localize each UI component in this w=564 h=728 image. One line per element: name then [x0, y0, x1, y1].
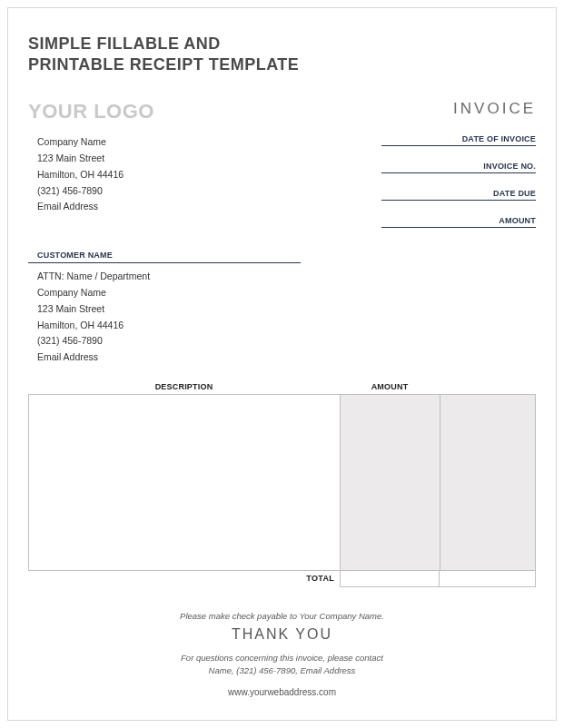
total-row: TOTAL [28, 571, 536, 587]
customer-block: ATTN: Name / Department Company Name 123… [28, 269, 301, 366]
th-blank [440, 382, 536, 394]
td-amount[interactable] [341, 395, 440, 570]
meta-amount: AMOUNT [381, 216, 536, 228]
title-line-2: PRINTABLE RECEIPT TEMPLATE [28, 55, 299, 74]
logo-placeholder: YOUR LOGO [28, 100, 154, 123]
info-row: Company Name 123 Main Street Hamilton, O… [28, 134, 536, 243]
td-description[interactable] [29, 395, 341, 570]
th-description: DESCRIPTION [28, 382, 340, 394]
meta-date-of-invoice: DATE OF INVOICE [381, 134, 536, 146]
customer-street: 123 Main Street [37, 301, 301, 318]
total-extra-cell[interactable] [440, 571, 536, 587]
customer-email: Email Address [37, 349, 301, 366]
header-row: YOUR LOGO INVOICE [28, 100, 536, 123]
footer-contact: For questions concerning this invoice, p… [28, 652, 536, 678]
company-street: 123 Main Street [37, 151, 124, 167]
footer-contact-line2: Name, (321) 456-7890, Email Address [209, 665, 356, 675]
company-city: Hamilton, OH 44416 [37, 167, 124, 183]
th-amount: AMOUNT [340, 382, 440, 394]
company-email: Email Address [37, 199, 124, 215]
customer-attn: ATTN: Name / Department [37, 269, 301, 285]
company-block: Company Name 123 Main Street Hamilton, O… [28, 134, 124, 243]
customer-city: Hamilton, OH 44416 [37, 318, 301, 334]
company-name: Company Name [37, 134, 124, 151]
customer-company: Company Name [37, 285, 301, 301]
meta-date-due: DATE DUE [381, 189, 536, 201]
receipt-page: SIMPLE FILLABLE AND PRINTABLE RECEIPT TE… [7, 7, 557, 721]
invoice-label: INVOICE [453, 100, 536, 118]
footer-payable: Please make check payable to Your Compan… [28, 611, 536, 621]
td-extra[interactable] [440, 395, 535, 570]
title-line-1: SIMPLE FILLABLE AND [28, 34, 221, 53]
meta-block: DATE OF INVOICE INVOICE NO. DATE DUE AMO… [381, 134, 536, 243]
company-phone: (321) 456-7890 [37, 183, 124, 200]
total-label: TOTAL [28, 571, 340, 587]
footer-thankyou: THANK YOU [28, 626, 536, 643]
table-body [28, 394, 536, 571]
meta-invoice-no: INVOICE NO. [381, 162, 536, 173]
line-items-table: DESCRIPTION AMOUNT TOTAL [28, 382, 536, 587]
footer-contact-line1: For questions concerning this invoice, p… [181, 653, 383, 663]
footer-url: www.yourwebaddress.com [28, 687, 536, 697]
template-title: SIMPLE FILLABLE AND PRINTABLE RECEIPT TE… [28, 34, 536, 74]
customer-header: CUSTOMER NAME [28, 251, 301, 263]
customer-section: CUSTOMER NAME ATTN: Name / Department Co… [28, 251, 301, 366]
table-headers: DESCRIPTION AMOUNT [28, 382, 536, 394]
footer: Please make check payable to Your Compan… [28, 611, 536, 697]
total-amount-cell[interactable] [340, 571, 440, 587]
customer-phone: (321) 456-7890 [37, 333, 301, 349]
